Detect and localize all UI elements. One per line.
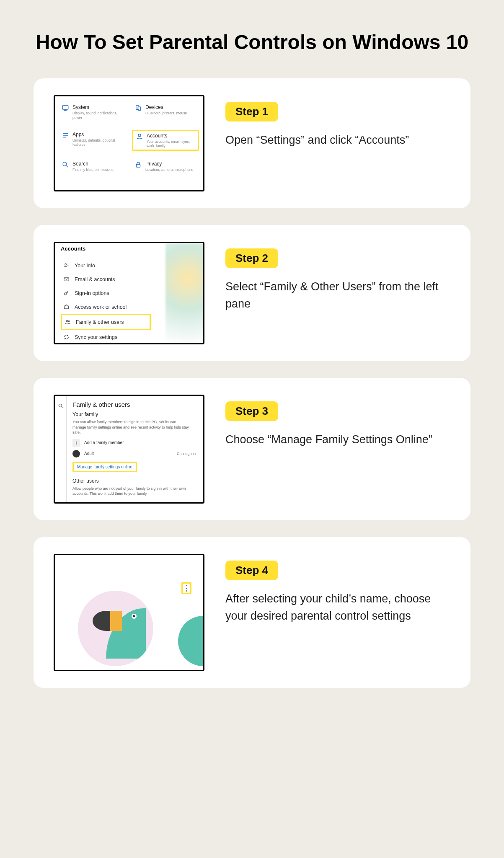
person-icon <box>136 133 143 140</box>
nav-signin[interactable]: Sign-in options <box>61 286 151 300</box>
manage-family-link[interactable]: Manage family settings online <box>72 462 137 472</box>
svg-rect-9 <box>65 306 69 309</box>
white-header-bar <box>55 555 203 578</box>
page-title: How To Set Parental Controls on Windows … <box>34 29 470 55</box>
sync-icon <box>63 334 70 340</box>
screenshot-family-web: + <box>54 554 204 671</box>
svg-point-12 <box>59 404 62 407</box>
key-icon <box>63 290 70 296</box>
svg-point-10 <box>66 320 68 322</box>
can-signin-label: Can sign in <box>177 452 196 456</box>
step-badge: Step 2 <box>225 248 278 268</box>
step-badge: Step 4 <box>225 561 278 580</box>
other-users-title: Other users <box>72 478 197 484</box>
avatar-icon <box>72 450 80 457</box>
vertical-dots-icon <box>186 585 187 592</box>
search-icon <box>58 403 64 502</box>
screenshot-family-settings: Family & other users Your family You can… <box>54 395 204 504</box>
screenshot-accounts-nav: Accounts Your info Email & accounts Sign… <box>54 242 204 344</box>
nav-your-info[interactable]: Your info <box>61 258 151 272</box>
svg-rect-5 <box>137 164 140 167</box>
svg-rect-1 <box>136 106 139 110</box>
devices-icon <box>134 104 142 112</box>
step-card-4: + Step 4 After selecting your child’s na… <box>34 537 470 688</box>
nav-family[interactable]: Family & other users <box>61 314 151 330</box>
plus-icon: + <box>72 439 80 447</box>
settings-tile-search[interactable]: SearchFind my files, permissions <box>59 159 126 173</box>
svg-point-8 <box>65 293 67 295</box>
add-family-member[interactable]: + Add a family member <box>72 439 197 447</box>
step-text: Open “Settings” and click “Accounts” <box>225 132 450 149</box>
family-icon <box>65 319 71 325</box>
step-card-1: SystemDisplay, sound, notifications, pow… <box>34 78 470 208</box>
svg-point-4 <box>63 162 67 166</box>
lock-icon <box>134 161 142 168</box>
step-card-3: Family & other users Your family You can… <box>34 378 470 520</box>
display-icon <box>62 104 69 112</box>
svg-point-3 <box>138 134 141 137</box>
apps-icon <box>62 132 69 139</box>
family-member-adult[interactable]: Adult Can sign in <box>72 450 197 457</box>
nav-email[interactable]: Email & accounts <box>61 272 151 286</box>
svg-point-11 <box>68 321 70 322</box>
step-card-2: Accounts Your info Email & accounts Sign… <box>34 225 470 361</box>
settings-tile-devices[interactable]: DevicesBluetooth, printers, mouse <box>132 103 199 121</box>
briefcase-icon <box>63 304 70 310</box>
svg-point-6 <box>65 264 67 266</box>
nav-sync[interactable]: Sync your settings <box>61 330 151 344</box>
other-users-description: Allow people who are not part of your fa… <box>72 486 190 496</box>
step-text: Select “Family & Other Users” from the l… <box>225 278 450 312</box>
family-title: Family & other users <box>72 401 197 408</box>
settings-tile-apps[interactable]: AppsUninstall, defaults, optional featur… <box>59 130 126 151</box>
nav-work[interactable]: Access work or school <box>61 300 151 314</box>
settings-tile-privacy[interactable]: PrivacyLocation, camera, microphone <box>132 159 199 173</box>
search-icon <box>62 161 69 168</box>
step-badge: Step 1 <box>225 102 278 121</box>
settings-tile-accounts[interactable]: AccountsYour accounts, email, sync, work… <box>132 130 199 151</box>
step-text: Choose “Manage Family Settings Online” <box>225 431 450 448</box>
svg-rect-0 <box>62 106 68 109</box>
your-family-subtitle: Your family <box>72 411 197 417</box>
family-description: You can allow family members to sign in … <box>72 419 190 434</box>
settings-tile-system[interactable]: SystemDisplay, sound, notifications, pow… <box>59 103 126 121</box>
step-text: After selecting your child’s name, choos… <box>225 590 450 624</box>
add-icon: + <box>204 635 204 654</box>
screenshot-settings-home: SystemDisplay, sound, notifications, pow… <box>54 95 204 191</box>
more-options-button[interactable] <box>181 582 191 594</box>
step-badge: Step 3 <box>225 401 278 421</box>
mail-icon <box>63 276 70 282</box>
second-avatar[interactable] <box>178 616 204 666</box>
child-avatar[interactable] <box>78 591 153 666</box>
svg-rect-2 <box>138 107 140 111</box>
id-icon <box>63 262 70 269</box>
